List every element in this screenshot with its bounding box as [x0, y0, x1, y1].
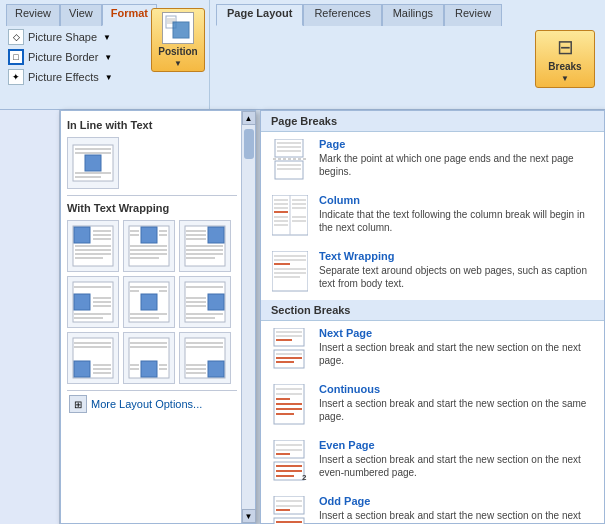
position-tl-item[interactable]	[67, 220, 119, 272]
svg-rect-4	[173, 22, 189, 38]
next-page-icon-area	[271, 327, 309, 371]
with-text-wrapping-title: With Text Wrapping	[67, 202, 237, 214]
break-item-continuous[interactable]: Continuous Insert a section break and st…	[261, 377, 604, 433]
position-inline-item[interactable]	[67, 137, 119, 189]
wrapping-row-3	[67, 332, 237, 384]
position-bc-item[interactable]	[123, 332, 175, 384]
next-page-break-title: Next Page	[319, 327, 594, 339]
break-item-column[interactable]: Column Indicate that the text following …	[261, 188, 604, 244]
picture-border-icon: □	[8, 49, 24, 65]
tab-page-layout[interactable]: Page Layout	[216, 4, 303, 26]
break-item-page[interactable]: Page Mark the point at which one page en…	[261, 132, 604, 188]
svg-rect-8	[85, 155, 101, 171]
even-page-break-title: Even Page	[319, 439, 594, 451]
break-item-text-wrapping[interactable]: Text Wrapping Separate text around objec…	[261, 244, 604, 300]
ribbon: Review View Format ◇ Picture Shape ▼ □ P…	[0, 0, 605, 110]
document-area	[0, 110, 60, 524]
page-break-text: Page Mark the point at which one page en…	[319, 138, 594, 178]
svg-rect-117	[274, 350, 304, 368]
page-break-title: Page	[319, 138, 594, 150]
even-page-break-desc: Insert a section break and start the new…	[319, 453, 594, 479]
text-wrapping-break-desc: Separate text around objects on web page…	[319, 264, 594, 290]
text-wrapping-icon-area	[271, 250, 309, 294]
wrapping-row-2	[67, 276, 237, 328]
svg-rect-40	[74, 294, 90, 310]
section-breaks-header: Section Breaks	[261, 300, 604, 321]
more-layout-icon: ⊞	[69, 395, 87, 413]
svg-rect-128	[274, 440, 304, 458]
breaks-icon: ⊟	[557, 35, 574, 59]
svg-rect-89	[275, 161, 303, 179]
continuous-break-desc: Insert a section break and start the new…	[319, 397, 594, 423]
position-icon	[162, 12, 194, 44]
svg-rect-55	[208, 294, 224, 310]
more-layout-link[interactable]: ⊞ More Layout Options...	[67, 390, 237, 417]
break-item-next-page[interactable]: Next Page Insert a section break and sta…	[261, 321, 604, 377]
tab-format[interactable]: Format	[102, 4, 157, 26]
ribbon-right-tabs: Page Layout References Mailings Review	[216, 4, 599, 26]
section-divider-1	[67, 195, 237, 196]
position-dropdown: In Line with Text With Text Wrapping	[60, 110, 256, 524]
position-label: Position	[158, 46, 197, 57]
scroll-up-arrow[interactable]: ▲	[242, 111, 256, 125]
even-page-icon-area: 2	[271, 439, 309, 483]
tab-references[interactable]: References	[303, 4, 381, 26]
position-arrow-icon: ▼	[174, 59, 182, 68]
break-item-even-page[interactable]: 2 Even Page Insert a section break and s…	[261, 433, 604, 489]
odd-page-icon-area: 3	[271, 495, 309, 524]
svg-rect-70	[141, 361, 157, 377]
tab-view[interactable]: View	[60, 4, 102, 26]
picture-border-label: Picture Border	[28, 51, 98, 63]
column-break-text: Column Indicate that the text following …	[319, 194, 594, 234]
column-break-icon-area	[271, 194, 309, 238]
position-ml-item[interactable]	[67, 276, 119, 328]
page-breaks-header: Page Breaks	[261, 111, 604, 132]
even-page-break-text: Even Page Insert a section break and sta…	[319, 439, 594, 479]
tab-review-right[interactable]: Review	[444, 4, 502, 26]
breaks-button[interactable]: ⊟ Breaks ▼	[535, 30, 595, 88]
picture-effects-arrow: ▼	[105, 73, 113, 82]
svg-rect-63	[74, 361, 90, 377]
position-br-item[interactable]	[179, 332, 231, 384]
position-tr-item[interactable]	[179, 220, 231, 272]
odd-page-break-text: Odd Page Insert a section break and star…	[319, 495, 594, 524]
continuous-break-text: Continuous Insert a section break and st…	[319, 383, 594, 423]
svg-rect-12	[74, 227, 90, 243]
tab-mailings[interactable]: Mailings	[382, 4, 444, 26]
odd-page-break-desc: Insert a section break and start the new…	[319, 509, 594, 524]
column-break-title: Column	[319, 194, 594, 206]
main-content: In Line with Text With Text Wrapping	[0, 110, 605, 524]
ribbon-right: Page Layout References Mailings Review ⊟…	[210, 0, 605, 109]
breaks-arrow-icon: ▼	[561, 74, 569, 83]
position-bl-item[interactable]	[67, 332, 119, 384]
position-mc-item[interactable]	[123, 276, 175, 328]
svg-rect-21	[141, 227, 157, 243]
tab-review[interactable]: Review	[6, 4, 60, 26]
left-scrollbar: ▲ ▼	[241, 111, 255, 523]
next-page-break-text: Next Page Insert a section break and sta…	[319, 327, 594, 367]
page-break-icon-area	[271, 138, 309, 182]
svg-rect-84	[275, 139, 303, 157]
position-tc-item[interactable]	[123, 220, 175, 272]
text-wrapping-break-text: Text Wrapping Separate text around objec…	[319, 250, 594, 290]
picture-shape-arrow: ▼	[103, 33, 111, 42]
scroll-down-arrow[interactable]: ▼	[242, 509, 256, 523]
scroll-thumb[interactable]	[244, 129, 254, 159]
picture-border-arrow: ▼	[104, 53, 112, 62]
position-button[interactable]: Position ▼	[151, 8, 205, 72]
svg-rect-78	[208, 361, 224, 377]
column-break-desc: Indicate that the text following the col…	[319, 208, 594, 234]
svg-rect-48	[141, 294, 157, 310]
position-mr-item[interactable]	[179, 276, 231, 328]
breaks-dropdown: Page Breaks Page Mark the point at which…	[260, 110, 605, 524]
page-break-desc: Mark the point at which one page ends an…	[319, 152, 594, 178]
break-item-odd-page[interactable]: 3 Odd Page Insert a section break and st…	[261, 489, 604, 524]
continuous-break-title: Continuous	[319, 383, 594, 395]
svg-rect-141	[274, 518, 304, 524]
picture-effects-icon: ✦	[8, 69, 24, 85]
next-page-break-desc: Insert a section break and start the new…	[319, 341, 594, 367]
svg-rect-137	[274, 496, 304, 514]
picture-effects-label: Picture Effects	[28, 71, 99, 83]
inline-section-title: In Line with Text	[67, 119, 237, 131]
svg-rect-113	[274, 328, 304, 346]
